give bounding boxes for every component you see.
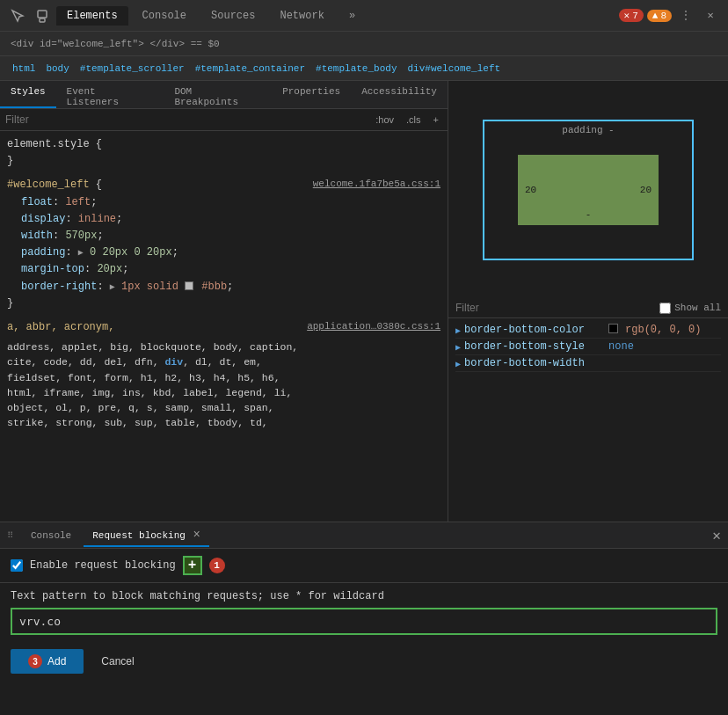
dom-path-icon: <div id="welcome_left"> </div> == $0 bbox=[7, 39, 223, 49]
select-element-icon[interactable] bbox=[7, 5, 28, 26]
prop-name-border-bottom-color: border-bottom-color bbox=[464, 324, 605, 336]
drawer-tabs-row: ⠿ Console Request blocking × ✕ bbox=[0, 522, 728, 549]
drawer-close-button[interactable]: ✕ bbox=[712, 527, 721, 544]
breadcrumb-path: html body #template_scroller #template_c… bbox=[0, 56, 728, 81]
breadcrumb-template-scroller[interactable]: #template_scroller bbox=[75, 62, 190, 76]
drawer-drag-handle[interactable]: ⠿ bbox=[7, 530, 13, 541]
svg-rect-1 bbox=[40, 18, 45, 22]
add-blocking-button[interactable]: + bbox=[183, 556, 202, 575]
tab-sources[interactable]: Sources bbox=[200, 6, 266, 26]
selector-elements: a, abbr, acronym, bbox=[7, 319, 114, 336]
selector-welcome-left: #welcome_left { bbox=[7, 177, 102, 193]
error-x-icon: ✕ bbox=[624, 10, 630, 21]
enable-label: Enable request blocking bbox=[30, 559, 176, 572]
styles-tabs: Styles Event Listeners DOM Breakpoints P… bbox=[0, 81, 448, 109]
breadcrumb-html[interactable]: html bbox=[7, 62, 40, 76]
rule-welcome-left: #welcome_left { welcome.1fa7be5a.css:1 f… bbox=[7, 177, 440, 312]
box-model-padding-label: padding - bbox=[562, 125, 614, 135]
warn-badge[interactable]: ▲ 8 bbox=[647, 10, 672, 22]
right-filter-row: Show all bbox=[448, 298, 728, 318]
tab-dom-breakpoints[interactable]: DOM Breakpoints bbox=[164, 81, 272, 108]
text-pattern-input[interactable] bbox=[12, 609, 716, 633]
device-toggle-icon[interactable] bbox=[32, 5, 53, 26]
box-model-bottom: - bbox=[586, 209, 592, 220]
css-prop-padding: padding: ▶ 0 20px 0 20px; bbox=[7, 244, 440, 261]
breadcrumb-body[interactable]: body bbox=[40, 62, 74, 76]
error-count: 7 bbox=[632, 11, 638, 21]
tab-accessibility[interactable]: Accessibility bbox=[351, 81, 448, 108]
border-color-swatch[interactable] bbox=[185, 281, 193, 290]
tab-styles[interactable]: Styles bbox=[0, 81, 56, 108]
show-all-check[interactable] bbox=[659, 303, 671, 314]
drawer: ⠿ Console Request blocking × ✕ Enable re… bbox=[0, 522, 728, 715]
breadcrumb-template-body[interactable]: #template_body bbox=[310, 62, 402, 76]
top-toolbar: Elements Console Sources Network » ✕ 7 ▲… bbox=[0, 0, 728, 32]
left-panel: Styles Event Listeners DOM Breakpoints P… bbox=[0, 81, 448, 522]
right-panel: padding - 20 20 - Show all ▶ border-bott… bbox=[448, 81, 728, 522]
badge-1: 1 bbox=[209, 558, 225, 573]
text-pattern-input-wrap bbox=[11, 608, 717, 635]
filter-row: :hov .cls + bbox=[0, 109, 448, 131]
prop-name-border-bottom-style: border-bottom-style bbox=[464, 340, 605, 353]
action-buttons-row: 3 Add Cancel bbox=[0, 642, 728, 681]
devtools-close-icon[interactable]: ✕ bbox=[700, 5, 721, 26]
css-prop-display: display: inline; bbox=[7, 211, 440, 228]
main-content: Styles Event Listeners DOM Breakpoints P… bbox=[0, 81, 728, 522]
tab-event-listeners[interactable]: Event Listeners bbox=[56, 81, 164, 108]
expand-border-bottom-color[interactable]: ▶ bbox=[455, 325, 461, 336]
box-model-area: padding - 20 20 - bbox=[448, 81, 728, 298]
tab-more[interactable]: » bbox=[339, 6, 366, 26]
warn-count: 8 bbox=[660, 11, 666, 21]
box-model-inner: 20 20 - bbox=[518, 155, 659, 225]
breadcrumb-template-container[interactable]: #template_container bbox=[190, 62, 310, 76]
show-all-checkbox[interactable]: Show all bbox=[659, 303, 721, 314]
prop-value-border-bottom-style: none bbox=[608, 340, 634, 353]
css-source-link-1[interactable]: welcome.1fa7be5a.css:1 bbox=[313, 177, 440, 193]
computed-color-swatch[interactable] bbox=[608, 324, 618, 333]
element-style-block: element.style { } bbox=[7, 136, 440, 170]
expand-border-bottom-width[interactable]: ▶ bbox=[455, 359, 461, 369]
css-prop-float: float: left; bbox=[7, 194, 440, 211]
element-style-header: element.style { bbox=[7, 136, 440, 153]
computed-border-bottom-style: ▶ border-bottom-style none bbox=[455, 339, 721, 355]
text-pattern-label: Text pattern to block matching requests;… bbox=[11, 590, 717, 602]
breadcrumb-welcome-left[interactable]: div#welcome_left bbox=[402, 62, 506, 76]
selector-row-2: a, abbr, acronym, application…0380c.css:… bbox=[7, 319, 440, 336]
more-options-icon[interactable]: ⋮ bbox=[675, 5, 696, 26]
css-content: element.style { } #welcome_left { welcom… bbox=[0, 131, 448, 522]
rule-elements: a, abbr, acronym, application…0380c.css:… bbox=[7, 319, 440, 434]
cls-button[interactable]: .cls bbox=[403, 113, 425, 127]
css-prop-margin-top: margin-top: 20px; bbox=[7, 261, 440, 278]
expand-border-bottom-style[interactable]: ▶ bbox=[455, 342, 461, 353]
prop-value-border-bottom-color: rgb(0, 0, 0) bbox=[625, 324, 701, 336]
badge-3: 3 bbox=[28, 654, 42, 668]
filter-input[interactable] bbox=[5, 113, 367, 126]
breadcrumb: <div id="welcome_left"> </div> == $0 bbox=[0, 32, 728, 56]
tab-elements[interactable]: Elements bbox=[56, 6, 128, 26]
css-prop-border-right: border-right: ▶ 1px solid #bbb; bbox=[7, 279, 440, 295]
tab-console[interactable]: Console bbox=[132, 6, 197, 26]
add-style-button[interactable]: + bbox=[430, 113, 442, 127]
drawer-tab-request-blocking[interactable]: Request blocking × bbox=[84, 524, 209, 547]
css-prop-width: width: 570px; bbox=[7, 228, 440, 244]
tab-properties[interactable]: Properties bbox=[272, 81, 351, 108]
right-filter-input[interactable] bbox=[455, 302, 652, 314]
text-pattern-area: Text pattern to block matching requests;… bbox=[0, 583, 728, 642]
add-button[interactable]: 3 Add bbox=[11, 649, 84, 674]
selector-list: address, applet, big, blockquote, body, … bbox=[7, 336, 440, 434]
tab-network[interactable]: Network bbox=[269, 6, 334, 26]
rule1-close-brace: } bbox=[7, 295, 440, 312]
error-badge[interactable]: ✕ 7 bbox=[619, 9, 644, 22]
prop-name-border-bottom-width: border-bottom-width bbox=[464, 357, 605, 369]
drawer-tab-close-icon[interactable]: × bbox=[193, 528, 200, 542]
element-style-close: } bbox=[7, 153, 440, 170]
computed-props: ▶ border-bottom-color rgb(0, 0, 0) ▶ bor… bbox=[448, 318, 728, 522]
warn-triangle-icon: ▲ bbox=[652, 11, 659, 21]
svg-rect-0 bbox=[38, 11, 47, 18]
cancel-button[interactable]: Cancel bbox=[91, 650, 144, 673]
css-source-link-2[interactable]: application…0380c.css:1 bbox=[307, 319, 440, 336]
hov-button[interactable]: :hov bbox=[372, 113, 397, 127]
selector-row: #welcome_left { welcome.1fa7be5a.css:1 bbox=[7, 177, 440, 193]
enable-request-blocking-checkbox[interactable] bbox=[11, 559, 23, 572]
drawer-tab-console[interactable]: Console bbox=[22, 527, 80, 544]
